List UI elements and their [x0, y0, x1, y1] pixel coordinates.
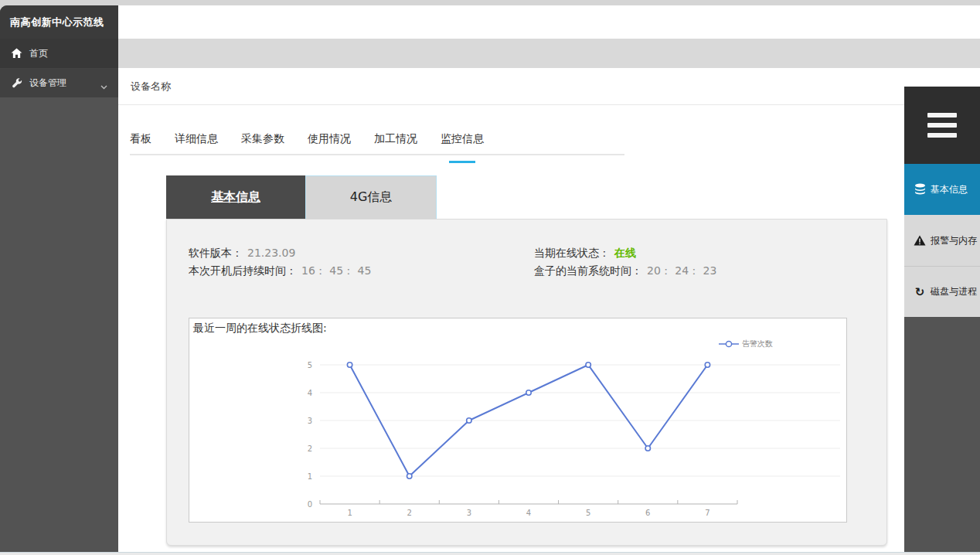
tab-usage[interactable]: 使用情况 [308, 131, 351, 154]
right-item-alarm-memory[interactable]: 报警与内存 [904, 215, 980, 266]
home-icon [10, 47, 23, 60]
secondary-top-bar [118, 39, 980, 68]
svg-text:3: 3 [467, 509, 471, 517]
uptime-value: 16： 45： 45 [301, 264, 371, 277]
software-version-value: 21.23.09 [247, 247, 295, 259]
svg-text:4: 4 [308, 389, 312, 397]
chevron-down-icon [100, 81, 107, 92]
online-status-value: 在线 [614, 247, 636, 259]
software-version-label: 软件版本： [189, 247, 243, 259]
system-time-label: 盒子的当前系统时间： [534, 264, 642, 277]
subtab-bar: 基本信息 4G信息 [166, 175, 437, 219]
software-version-row: 软件版本：21.23.09 [189, 244, 371, 262]
right-sidebar-filler [904, 317, 980, 552]
right-sidebar: 基本信息 报警与内存 ↻ 磁盘与进程 [904, 68, 980, 552]
svg-text:7: 7 [705, 509, 709, 517]
tab-bar: 看板 详细信息 采集参数 使用情况 加工情况 监控信息 [130, 124, 624, 155]
svg-text:2: 2 [308, 444, 312, 453]
sidebar-item-label: 首页 [29, 47, 48, 60]
main-content: 设备名称 看板 详细信息 采集参数 使用情况 加工情况 监控信息 基本信息 4G… [118, 68, 904, 552]
hamburger-icon [927, 113, 957, 117]
svg-text:2: 2 [407, 509, 412, 517]
tab-kanban[interactable]: 看板 [130, 131, 151, 154]
basic-info-panel: 软件版本：21.23.09 本次开机后持续时间：16： 45： 45 当期在线状… [166, 219, 887, 546]
tab-monitoring[interactable]: 监控信息 [441, 131, 484, 154]
info-column-right: 当期在线状态：在线 盒子的当前系统时间：20： 24： 23 [534, 244, 716, 280]
bottom-edge [0, 552, 980, 555]
refresh-icon: ↻ [914, 287, 926, 298]
svg-text:5: 5 [586, 509, 590, 517]
right-item-disk-process[interactable]: ↻ 磁盘与进程 [904, 266, 980, 317]
right-item-basic-info[interactable]: 基本信息 [904, 164, 980, 215]
warning-icon [914, 235, 926, 246]
uptime-row: 本次开机后持续时间：16： 45： 45 [189, 262, 371, 280]
svg-text:4: 4 [526, 509, 531, 517]
svg-text:6: 6 [645, 509, 650, 517]
device-name-label: 设备名称 [131, 80, 171, 92]
top-bar [118, 5, 980, 39]
online-status-row: 当期在线状态：在线 [534, 244, 716, 262]
legend-marker-icon [719, 340, 739, 348]
sidebar-item-device-management[interactable]: 设备管理 [0, 69, 118, 97]
svg-text:1: 1 [347, 509, 352, 517]
subtab-4g-info[interactable]: 4G信息 [305, 175, 437, 219]
legend-label: 告警次数 [742, 339, 773, 349]
right-item-label: 磁盘与进程 [931, 285, 977, 298]
left-sidebar: 南高创新中心示范线 首页 设备管理 [0, 5, 118, 552]
tab-collection-params[interactable]: 采集参数 [241, 131, 284, 154]
wrench-icon [10, 77, 23, 90]
right-item-label: 报警与内存 [931, 234, 977, 247]
page: 南高创新中心示范线 首页 设备管理 设备名称 看板 详细信息 采集参数 使用情况 [0, 0, 980, 555]
svg-text:3: 3 [308, 417, 312, 425]
subtab-basic-info[interactable]: 基本信息 [166, 175, 305, 219]
svg-text:5: 5 [308, 361, 312, 369]
info-column-left: 软件版本：21.23.09 本次开机后持续时间：16： 45： 45 [189, 244, 371, 280]
svg-text:1: 1 [308, 472, 312, 481]
online-status-chart: 最近一周的在线状态折线图: 0123451234567 告警次数 [189, 318, 847, 523]
uptime-label: 本次开机后持续时间： [189, 264, 297, 277]
tab-details[interactable]: 详细信息 [175, 131, 218, 154]
chart-legend[interactable]: 告警次数 [719, 339, 773, 349]
sidebar-item-home[interactable]: 首页 [0, 39, 118, 69]
device-name-header: 设备名称 [118, 68, 904, 105]
sidebar-item-label: 设备管理 [29, 77, 66, 90]
app-title: 南高创新中心示范线 [0, 5, 118, 39]
hamburger-menu-button[interactable] [904, 87, 980, 164]
right-item-label: 基本信息 [931, 183, 968, 196]
system-time-value: 20： 24： 23 [647, 264, 716, 277]
tab-processing[interactable]: 加工情况 [374, 131, 417, 154]
system-time-row: 盒子的当前系统时间：20： 24： 23 [534, 262, 716, 280]
svg-text:0: 0 [308, 500, 312, 509]
online-status-label: 当期在线状态： [534, 247, 610, 259]
database-icon [914, 183, 926, 196]
